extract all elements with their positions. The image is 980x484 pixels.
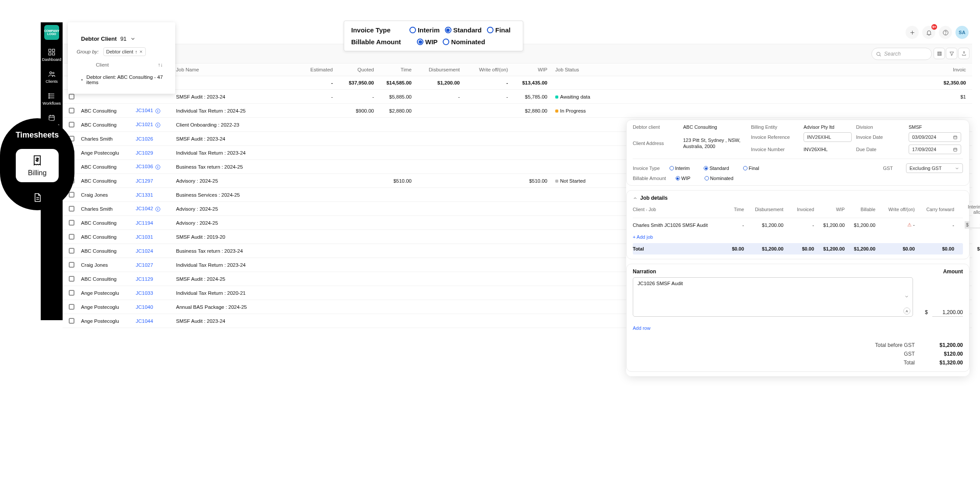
row-checkbox[interactable] <box>69 94 74 99</box>
row-checkbox[interactable] <box>69 262 74 268</box>
row-checkbox[interactable] <box>69 192 74 198</box>
row-checkbox[interactable] <box>69 290 74 296</box>
col-writeoff[interactable]: Write off/(on) <box>462 67 511 72</box>
cell-jobcode[interactable]: JC1041 <box>136 108 153 113</box>
cell-jobcode[interactable]: JC1027 <box>136 262 153 268</box>
spellcheck-icon[interactable]: A <box>903 307 910 314</box>
cell-jobcode[interactable]: JC1024 <box>136 248 153 254</box>
cell-jobname: Advisory : 2024-25 <box>173 178 305 184</box>
popover-group-row[interactable]: Debtor client: ABC Consulting - 47 items <box>68 71 175 88</box>
col-job-name[interactable]: Job Name <box>173 67 305 72</box>
col-job-status[interactable]: Job Status <box>550 67 600 72</box>
mr-final[interactable]: Final <box>743 166 759 171</box>
table-row[interactable]: ABC ConsultingJC1041 iIndividual Tax Ret… <box>63 104 972 118</box>
radio-nominated[interactable]: Nominated <box>443 38 485 46</box>
row-checkbox[interactable] <box>69 206 74 212</box>
col-wip[interactable]: WIP <box>511 67 550 72</box>
table-row[interactable]: SMSF Audit : 2023-24--$5,885.00--$5,785.… <box>63 90 972 104</box>
add-row-link[interactable]: Add row <box>633 325 650 331</box>
add-button[interactable] <box>906 26 919 39</box>
row-checkbox[interactable] <box>69 122 74 127</box>
cell-client: Ange Postecoglu <box>78 290 133 296</box>
cell-jobcode[interactable]: JC1033 <box>136 290 153 296</box>
radio-wip[interactable]: WIP <box>417 38 437 46</box>
col-quoted[interactable]: Quoted <box>335 67 377 72</box>
row-checkbox[interactable] <box>69 276 74 282</box>
nav-doc-icon[interactable] <box>32 192 42 204</box>
col-disbursement[interactable]: Disbursement <box>414 67 462 72</box>
total-gst-label: GST <box>862 351 915 357</box>
row-checkbox[interactable] <box>69 234 74 240</box>
jd-row[interactable]: Charles Smith JC1026 SMSF Audit - $1,200… <box>633 218 963 232</box>
cell-jobcode[interactable]: JC1297 <box>136 178 153 184</box>
col-time[interactable]: Time <box>377 67 414 72</box>
cell-jobcode[interactable]: JC1129 <box>136 276 153 282</box>
mr-interim[interactable]: Interim <box>670 166 690 171</box>
row-checkbox[interactable] <box>69 304 74 310</box>
svg-rect-26 <box>940 52 941 55</box>
help-button[interactable] <box>939 26 952 39</box>
narration-amount-value[interactable]: 1,200.00 <box>932 309 963 317</box>
nav-dashboard[interactable]: Dashboard <box>42 48 61 62</box>
narration-dropdown[interactable] <box>904 294 909 300</box>
info-icon[interactable]: i <box>155 165 160 170</box>
row-checkbox[interactable] <box>69 248 74 254</box>
input-invoice-date[interactable]: 03/09/2024 <box>909 132 961 142</box>
cell-wip: $2,880.00 <box>511 108 550 113</box>
chevron-down-icon <box>904 294 909 299</box>
chevron-down-icon[interactable] <box>130 36 136 42</box>
row-checkbox[interactable] <box>69 108 74 113</box>
popover-col-client[interactable]: Client <box>96 62 109 67</box>
row-checkbox[interactable] <box>69 318 74 324</box>
add-job-link[interactable]: + Add job <box>633 234 653 240</box>
mr-standard[interactable]: Standard <box>704 166 729 171</box>
mr-wip[interactable]: WIP <box>676 176 691 181</box>
popover-col-sort-icon[interactable]: ↑↓ <box>158 62 163 67</box>
nav-billing-label: Billing <box>28 169 47 177</box>
lbl-invoice-date: Invoice Date <box>856 134 904 140</box>
export-button[interactable] <box>958 48 969 59</box>
cell-jobcode[interactable]: JC1036 <box>136 164 153 169</box>
select-gst[interactable]: Excluding GST <box>906 163 963 173</box>
mr-nominated[interactable]: Nominated <box>705 176 733 181</box>
input-due-date[interactable]: 17/09/2024 <box>909 145 961 154</box>
nav-billing[interactable]: Billing <box>16 149 59 182</box>
col-invoice[interactable]: Invoic <box>600 67 972 72</box>
radio-final[interactable]: Final <box>487 26 511 34</box>
close-icon[interactable] <box>139 50 143 53</box>
notifications-button[interactable]: 9+ <box>922 26 935 39</box>
filter-button[interactable] <box>946 48 957 59</box>
debtor-client-count: 91 <box>120 35 127 42</box>
cell-jobcode[interactable]: JC1194 <box>136 220 153 226</box>
radio-interim[interactable]: Interim <box>409 26 440 34</box>
nav-workflows[interactable]: Workflows <box>42 92 60 106</box>
svg-rect-24 <box>938 52 939 55</box>
search-input[interactable]: Search <box>871 48 932 60</box>
cell-jobcode[interactable]: JC1044 <box>136 318 153 324</box>
user-avatar[interactable]: SA <box>955 26 969 39</box>
cell-jobcode[interactable]: JC1021 <box>136 122 153 127</box>
input-invoice-reference[interactable]: INV26XIHL <box>804 132 852 142</box>
cell-jobname: Annual BAS Package : 2024-25 <box>173 304 305 310</box>
bell-icon <box>926 29 932 36</box>
cell-jobcode[interactable]: JC1331 <box>136 192 153 198</box>
columns-button[interactable] <box>934 48 945 59</box>
narration-textarea[interactable]: JC1026 SMSF Audit A <box>633 277 913 317</box>
col-estimated[interactable]: Estimated <box>305 67 335 72</box>
info-icon[interactable]: i <box>155 123 160 127</box>
group-by-chip[interactable]: Debtor client ↑ <box>103 47 146 56</box>
cell-jobcode[interactable]: JC1042 <box>136 206 153 211</box>
radio-standard[interactable]: Standard <box>445 26 482 34</box>
nav-clients[interactable]: Clients <box>46 70 58 84</box>
job-details-toggle[interactable]: Job details <box>633 195 963 201</box>
svg-point-11 <box>49 98 49 99</box>
info-icon[interactable]: i <box>155 207 160 212</box>
row-checkbox[interactable] <box>69 220 74 226</box>
caret-down-icon <box>80 78 84 82</box>
cell-jobcode[interactable]: JC1026 <box>136 136 153 141</box>
nav-workflows-label: Workflows <box>42 101 60 106</box>
cell-jobcode[interactable]: JC1029 <box>136 150 153 155</box>
cell-jobcode[interactable]: JC1031 <box>136 234 153 240</box>
info-icon[interactable]: i <box>155 109 160 113</box>
cell-jobcode[interactable]: JC1040 <box>136 304 153 310</box>
